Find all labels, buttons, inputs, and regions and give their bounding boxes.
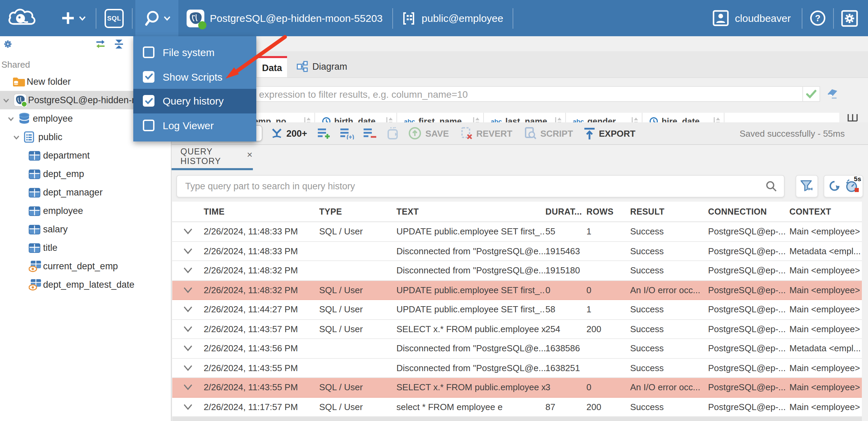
grid-column-header-birth_date[interactable]: birth_date (315, 113, 397, 122)
chevron-down-icon[interactable] (12, 133, 21, 141)
grid-column-header-hire_date[interactable]: hire_date (642, 113, 724, 122)
close-panel-icon[interactable]: × (247, 150, 253, 159)
tab-query-history[interactable]: QUERY HISTORY × (172, 145, 253, 170)
history-cell-rows: 0 (586, 382, 630, 393)
tree-item-employee[interactable]: employee (0, 202, 171, 220)
expand-row-chevron-icon[interactable] (183, 345, 193, 352)
delete-row-button[interactable] (364, 127, 377, 139)
history-column-header[interactable]: RESULT (630, 207, 708, 216)
history-column-header[interactable]: ROWS (586, 207, 630, 216)
history-table-row[interactable]: 2/26/2024, 11:48:32 PMDisconnected from … (172, 261, 862, 281)
sort-icon[interactable] (385, 116, 393, 122)
refresh-icon[interactable] (827, 179, 841, 193)
tools-menu-button[interactable] (135, 0, 178, 36)
tree-item-dept-emp[interactable]: dept_emp (0, 165, 171, 183)
apply-filter-button[interactable] (803, 86, 820, 102)
tab-diagram[interactable]: Diagram (287, 56, 357, 77)
save-button[interactable]: SAVE (408, 126, 449, 140)
menu-item-log-viewer[interactable]: Log Viewer (133, 113, 256, 137)
history-table-row[interactable]: 2/26/2024, 11:48:32 PMSQL / UserUPDATE p… (172, 281, 862, 300)
text-type-icon: abc (404, 118, 415, 122)
add-row-button[interactable] (318, 127, 331, 139)
sort-icon[interactable] (631, 116, 638, 122)
horizontal-scrollbar[interactable] (172, 417, 862, 421)
history-column-header[interactable]: DURAT... (545, 207, 586, 216)
tree-item-dept-emp-latest-date[interactable]: dept_emp_latest_date (0, 275, 171, 294)
expand-row-chevron-icon[interactable] (183, 287, 193, 293)
tree-item-title[interactable]: title (0, 239, 171, 257)
sort-icon[interactable] (554, 116, 562, 122)
duplicate-row-button[interactable]: (+) (341, 127, 354, 139)
sync-connection-icon[interactable] (95, 39, 106, 49)
clear-filter-button[interactable] (826, 86, 839, 102)
sort-icon[interactable] (472, 116, 480, 122)
settings-button[interactable] (841, 9, 858, 27)
grid-column-header-last_name[interactable]: abclast_name (484, 113, 566, 122)
collapse-all-icon[interactable] (113, 39, 124, 49)
expand-row-chevron-icon[interactable] (183, 404, 193, 410)
filter-expression-input[interactable]: expression to filter results, e.g. colum… (172, 86, 803, 102)
script-button[interactable]: SCRIPT (523, 126, 573, 140)
history-table-row[interactable]: 2/26/2024, 11:48:33 PMSQL / UserUPDATE p… (172, 222, 862, 242)
history-column-header[interactable]: CONNECTION (708, 207, 789, 216)
checkbox-unchecked-icon[interactable] (143, 47, 154, 58)
transfer-button[interactable] (386, 127, 400, 140)
history-cell-text: SELECT x.* FROM public.employee x (396, 324, 545, 334)
menu-item-show-scripts[interactable]: Show Scripts (133, 65, 256, 89)
checkbox-checked-icon[interactable] (143, 71, 154, 83)
sort-icon[interactable] (303, 116, 311, 122)
fetch-more-button[interactable]: 200+ (271, 128, 307, 139)
tree-item-current-dept-emp[interactable]: current_dept_emp (0, 257, 171, 275)
expand-row-chevron-icon[interactable] (183, 268, 193, 274)
search-icon (765, 180, 777, 192)
query-history-search-input[interactable]: Type query part to search in query histo… (176, 175, 785, 197)
history-table-row[interactable]: 2/26/2024, 11:43:56 PMDisconnected from … (172, 339, 862, 358)
sort-icon[interactable] (713, 116, 720, 122)
grid-columns-icon[interactable] (847, 113, 858, 122)
expand-row-chevron-icon[interactable] (183, 326, 193, 332)
history-column-header[interactable]: TYPE (319, 207, 396, 216)
history-column-header[interactable]: TIME (204, 207, 319, 216)
revert-button[interactable]: REVERT (460, 126, 512, 140)
expand-row-chevron-icon[interactable] (183, 365, 193, 371)
history-table-row[interactable]: 2/26/2024, 11:48:33 PMDisconnected from … (172, 242, 862, 261)
expand-row-chevron-icon[interactable] (183, 307, 193, 313)
tree-item-dept-manager[interactable]: dept_manager (0, 183, 171, 202)
history-table-row[interactable]: 2/26/2024, 11:44:27 PMSQL / UserUPDATE p… (172, 300, 862, 320)
expand-row-chevron-icon[interactable] (183, 384, 193, 391)
active-connection[interactable]: PostgreSQL@ep-hidden-moon-55203 (187, 9, 383, 27)
export-button[interactable]: EXPORT (584, 127, 636, 140)
tree-item-salary[interactable]: salary (0, 220, 171, 239)
grid-column-header-first_name[interactable]: abcfirst_name (397, 113, 484, 122)
grid-column-header-gender[interactable]: abcgender (566, 113, 642, 122)
checkbox-check-icon (145, 98, 153, 105)
user-menu[interactable]: cloudbeaver (713, 10, 791, 27)
history-cell-text: UPDATE public.employee SET first_... (396, 304, 545, 315)
history-table-row[interactable]: 2/26/2024, 11:17:57 PMSQL / Userselect *… (172, 397, 862, 417)
checkbox-unchecked-icon[interactable] (143, 120, 154, 131)
history-filter-button[interactable] (796, 175, 818, 197)
history-table-row[interactable]: 2/26/2024, 11:43:57 PMSQL / UserSELECT x… (172, 320, 862, 339)
help-button[interactable]: ? (809, 10, 826, 27)
history-column-header[interactable]: CONTEXT (789, 207, 862, 216)
history-table-row[interactable]: 2/26/2024, 11:43:55 PMDisconnected from … (172, 358, 862, 378)
chevron-down-icon[interactable] (7, 114, 15, 123)
history-cell-connection: PostgreSQL@ep-... (708, 304, 789, 315)
tab-data[interactable]: Data (257, 56, 287, 77)
schema-selector[interactable]: public@employee (401, 11, 503, 26)
chevron-down-icon[interactable] (2, 96, 10, 104)
menu-item-file-system[interactable]: File system (133, 40, 256, 65)
tree-item-label: New folder (27, 77, 71, 87)
sql-editor-button[interactable]: SQL (105, 9, 124, 28)
history-table-row[interactable]: 2/26/2024, 11:43:55 PMSQL / UserSELECT x… (172, 378, 862, 397)
history-cell-text: select * FROM employee e (396, 402, 545, 412)
query-history-panel: QUERY HISTORY × Type query part to searc… (172, 145, 868, 421)
tree-item-department[interactable]: department (0, 146, 171, 165)
expand-row-chevron-icon[interactable] (183, 229, 193, 235)
menu-item-query-history[interactable]: Query history (133, 89, 256, 113)
navigator-settings-gear-icon[interactable] (3, 39, 13, 49)
new-connection-button[interactable] (60, 10, 86, 26)
expand-row-chevron-icon[interactable] (183, 248, 193, 254)
history-column-header[interactable]: TEXT (396, 207, 545, 216)
checkbox-checked-icon[interactable] (143, 95, 154, 107)
